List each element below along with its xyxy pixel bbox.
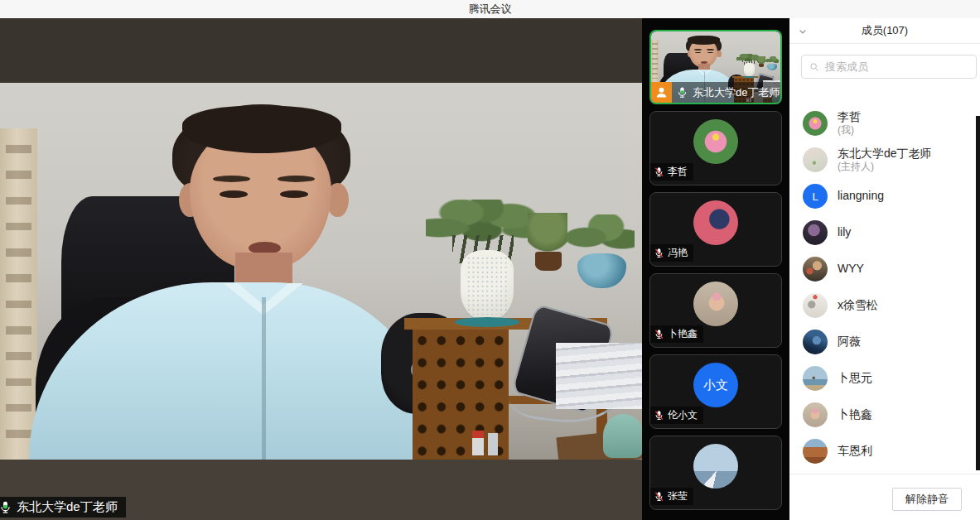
search-icon (809, 61, 820, 73)
thumbnail-label: 卜艳鑫 (650, 325, 703, 343)
unmute-button[interactable]: 解除静音 (892, 488, 962, 511)
speaker-shirt-placket (262, 297, 266, 460)
main-speaker-name: 东北大学de丁老师 (17, 499, 118, 515)
thumbnail-伦小文[interactable]: 小文 伦小文 (649, 354, 782, 429)
member-search-input[interactable] (825, 60, 969, 73)
thumbnail-冯艳[interactable]: 冯艳 (649, 192, 782, 267)
avatar-blue-initial: L (803, 184, 828, 209)
avatar-lotus-flower-photo (693, 119, 738, 164)
avatar-dark-blue-photo (803, 330, 828, 354)
vase-dish (743, 76, 756, 78)
member-name: liangning (838, 189, 884, 204)
window-title: 腾讯会议 (469, 2, 512, 17)
microphone-muted-icon (654, 410, 664, 421)
avatar-dark-portrait-photo (803, 220, 828, 245)
meeting-app-window: 腾讯会议 (0, 0, 980, 520)
scene-decoration (655, 411, 662, 419)
blue-ceramic-pot (767, 64, 777, 70)
member-row-lily[interactable]: lily (789, 214, 980, 251)
scene-decoration: WYY (838, 262, 864, 277)
scene-decoration (657, 88, 667, 98)
blue-ceramic-pot (577, 253, 626, 288)
member-name: lily (838, 225, 851, 240)
scene-decoration: 李哲 (我) (838, 110, 861, 137)
speaker-ear (717, 51, 721, 57)
microphone-muted-icon (654, 166, 664, 177)
avatar-white-cat-photo (803, 293, 828, 318)
member-role: (我) (838, 124, 861, 137)
white-vase (461, 250, 514, 320)
thumbnail-东北大学de丁老师[interactable]: 东北大学de丁老师 (649, 30, 782, 104)
scene-decoration: 车恩利 (838, 444, 872, 459)
avatar-anime-character-photo (693, 200, 738, 245)
member-row-车恩利[interactable]: 车恩利 (789, 433, 980, 469)
self-person-badge-icon (651, 82, 672, 103)
member-search-box[interactable] (801, 55, 977, 79)
scene-decoration (678, 88, 685, 98)
member-row-liangning[interactable]: L liangning (789, 178, 980, 214)
microphone-muted-icon (654, 329, 664, 339)
chevron-down-icon[interactable] (796, 25, 809, 38)
small-pot (759, 64, 765, 67)
small-bottle (488, 433, 498, 455)
scene-decoration: 卜思元 (838, 371, 872, 386)
speaker-eyebrow (213, 176, 250, 182)
thumbnail-name: 张莹 (668, 489, 688, 503)
member-row-x徐雪松[interactable]: x徐雪松 (789, 287, 980, 324)
main-speaker-label: 东北大学de丁老师 (0, 497, 126, 518)
avatar-beach-photo (803, 366, 828, 391)
scene-decoration (655, 248, 662, 257)
member-row-李哲[interactable]: 李哲 (我) (789, 105, 980, 142)
small-bottle (472, 431, 484, 455)
scene-decoration (466, 256, 509, 315)
members-panel-header: 成员(107) (789, 18, 980, 44)
thumbnail-name: 冯艳 (668, 246, 688, 260)
scene-decoration (745, 65, 753, 75)
member-name: 东北大学de丁老师 (838, 147, 932, 161)
member-name: 卜艳鑫 (838, 407, 872, 422)
thumbnail-卜艳鑫[interactable]: 卜艳鑫 (649, 273, 782, 348)
thumbnail-张莹[interactable]: 张莹 (649, 436, 782, 510)
member-name: x徐雪松 (838, 298, 878, 313)
scene-decoration (800, 31, 806, 33)
thumbnail-label: 冯艳 (650, 244, 693, 262)
scene-decoration (472, 431, 484, 438)
scene-decoration (811, 63, 818, 70)
member-row-卜思元[interactable]: 卜思元 (789, 360, 980, 397)
thumbnail-name: 东北大学de丁老师 (693, 85, 780, 100)
scene-decoration (655, 167, 662, 176)
avatar-lotus-flower-photo (803, 111, 828, 136)
video-scene (0, 83, 642, 460)
member-row-卜艳鑫[interactable]: 卜艳鑫 (789, 397, 980, 433)
thumbnail-name: 李哲 (668, 165, 688, 179)
scene-decoration: 卜艳鑫 (838, 407, 872, 422)
scene-decoration: 东北大学de丁老师 (主持人) (838, 147, 932, 174)
member-row-WYY[interactable]: WYY (789, 251, 980, 287)
member-row-东北大学de丁老师[interactable]: 东北大学de丁老师 (主持人) (789, 142, 980, 178)
thumbnail-strip: 东北大学de丁老师 李哲 冯艳 卜艳鑫 小文 伦小文 张莹 (642, 18, 789, 520)
microphone-muted-icon (654, 248, 664, 258)
member-name: 车恩利 (838, 444, 872, 459)
member-row-阿薇[interactable]: 阿薇 (789, 324, 980, 360)
bonsai-plant (567, 214, 635, 258)
scene-decoration (6, 145, 31, 450)
microphone-live-icon (676, 86, 688, 99)
member-name: WYY (838, 262, 864, 277)
avatar-baby-photo (693, 282, 738, 326)
teal-bowl (603, 414, 642, 457)
main-video-area: 东北大学de丁老师 (0, 18, 642, 520)
scene-decoration: x徐雪松 (838, 298, 878, 313)
scene-decoration (654, 85, 669, 99)
white-vase (744, 63, 755, 76)
avatar-woman-portrait-photo (803, 257, 828, 282)
thumbnail-label: 东北大学de丁老师 (651, 82, 780, 103)
wall-scroll-decor (0, 128, 37, 460)
thumbnail-李哲[interactable]: 李哲 (649, 111, 782, 185)
members-panel: 成员(107) 李哲 (我) 东北大学de丁老师 (主持人) L liangni… (789, 18, 980, 520)
speaker-eye (280, 190, 308, 198)
thumbnail-name: 伦小文 (668, 408, 698, 422)
thumbnail-name: 卜艳鑫 (668, 327, 698, 341)
window-titlebar: 腾讯会议 (0, 0, 980, 18)
avatar-blue-initials: 小文 (693, 363, 738, 407)
member-list-scrollbar[interactable] (976, 116, 980, 470)
